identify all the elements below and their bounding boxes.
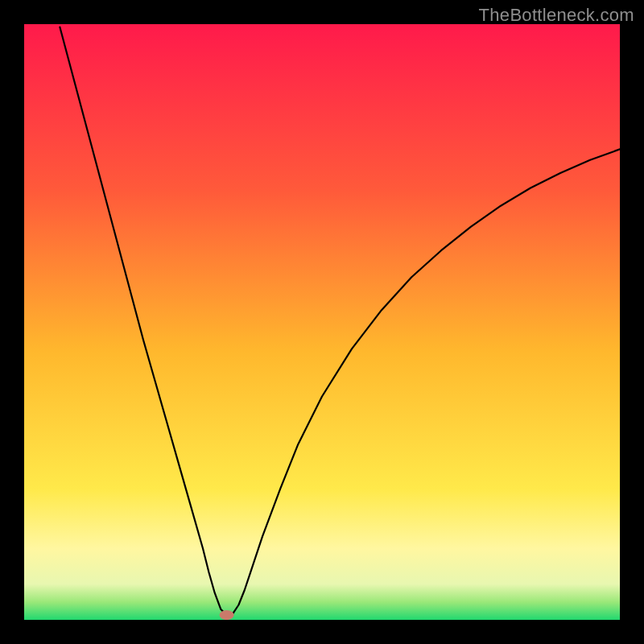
plot-area — [24, 24, 620, 620]
attribution-label: TheBottleneck.com — [479, 5, 634, 26]
background-gradient — [24, 24, 620, 620]
chart-svg — [24, 24, 620, 620]
minimum-marker — [220, 610, 234, 620]
chart-frame: TheBottleneck.com — [0, 0, 644, 644]
